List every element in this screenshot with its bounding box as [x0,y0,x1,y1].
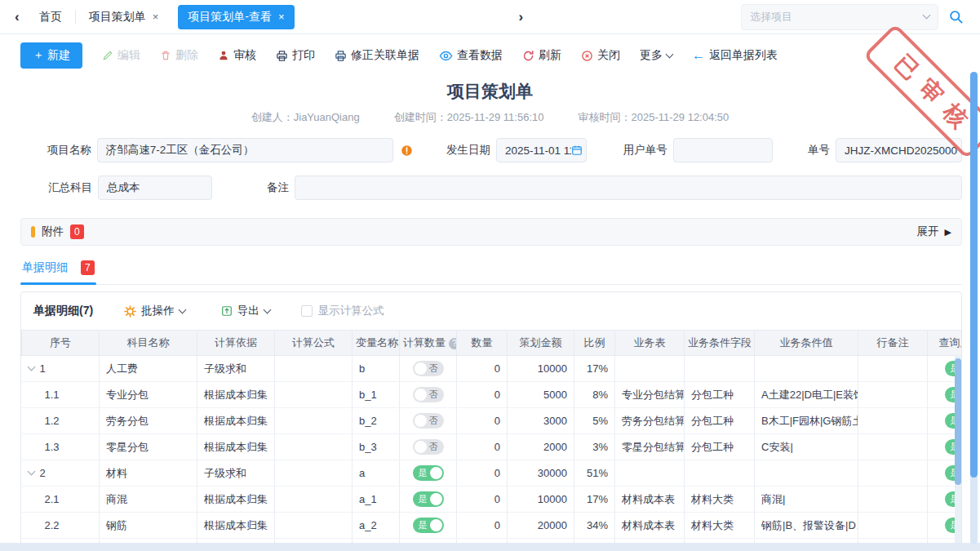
cell-biz-value: A土建22|D电工|E装饰| [755,382,858,408]
search-icon [948,9,964,24]
cell-qty: 0 [457,434,508,460]
export-button[interactable]: 导出 [216,303,275,319]
column-header: 业务条件字段 [685,331,755,356]
cell-basis: 子级求和 [197,356,275,382]
doc-no-field[interactable]: JHJZ-XMCHD2025000 [836,138,962,162]
page-scrollbar-thumb[interactable] [970,72,978,478]
more-button[interactable]: 更多 [640,48,672,63]
cell-ratio: 17% [574,487,615,513]
cell-biz-field: 材料大类 [685,513,755,539]
search-button[interactable] [948,9,964,24]
cell-formula [275,487,353,513]
cell-biz-table: 材料成本表 [615,487,685,513]
toggle-off[interactable]: 否 [413,439,444,455]
toggle-off[interactable]: 否 [413,413,444,429]
toggle-off[interactable]: 否 [413,387,444,402]
project-select[interactable]: 选择项目 [741,4,938,30]
close-button[interactable]: 关闭 [581,48,620,63]
trash-icon [160,50,171,61]
gear-icon [124,305,136,318]
person-icon [218,50,229,61]
arrow-left-icon: ← [692,49,705,62]
cell-amount: 20000 [508,513,574,539]
cell-biz-value: 钢筋|B、报警设备|D、底 [755,513,858,539]
refresh-icon [522,50,534,62]
delete-button[interactable]: 删除 [160,48,198,63]
column-header: 业务条件值 [755,331,858,356]
audit-button[interactable]: 审核 [218,48,256,63]
tab-project-planning-list[interactable]: 项目策划单 × [76,0,172,34]
help-icon[interactable]: ? [449,338,457,349]
page-scrollbar[interactable] [970,72,978,544]
cell-biz-field: 分包工种 [685,408,755,434]
info-button[interactable] [401,144,413,157]
back-to-list-button[interactable]: ← 返回单据列表 [692,48,778,63]
expand-caret-icon[interactable] [27,363,35,371]
occur-date-label: 发生日期 [446,143,490,158]
cell-calc-qty: 否 [400,382,457,408]
occur-date-field[interactable]: 2025-11-01 11:47: [496,138,587,162]
table-scrollbar-thumb[interactable] [955,358,961,485]
table-scrollbar[interactable] [955,355,961,551]
doc-meta: 创建人：JiaYuanQiang 创建时间：2025-11-29 11:56:1… [0,110,980,125]
cell-qty: 0 [457,382,508,408]
close-circle-icon [581,50,593,62]
form-row-1: 项目名称 济邹高速7-2工区（金石公司） 发生日期 2025-11-01 11:… [20,138,962,162]
cell-calc-qty: 否 [400,434,457,460]
cell-qty: 0 [457,513,508,539]
cell-basis: 根据成本归集 [197,382,275,408]
tabs-scroll-left-icon[interactable]: ‹ [8,9,26,25]
refresh-button[interactable]: 刷新 [522,48,561,63]
project-name-field[interactable]: 济邹高速7-2工区（金石公司） [97,138,393,162]
column-header: 序号 [22,331,100,356]
cell-variable: a [353,460,400,487]
toggle-off[interactable]: 否 [413,361,444,376]
toggle-on[interactable]: 是 [413,518,444,533]
cell-amount: 10000 [508,356,574,382]
view-data-button[interactable]: 查看数据 [439,48,503,63]
edit-button[interactable]: 编辑 [102,48,140,63]
expand-button[interactable]: 展开 ▶ [917,224,951,239]
cell-formula [275,460,353,487]
table-row: 1.2劳务分包根据成本归集b_2否030005%劳务分包结算子分包工种B木工|F… [22,408,963,434]
tab-home[interactable]: 首页 [26,0,75,34]
show-formula-label: 显示计算公式 [318,304,384,318]
summary-subject-field[interactable]: 总成本 [98,176,212,200]
cell-biz-table: 劳务分包结算子 [615,408,685,434]
close-tab-icon[interactable]: × [153,11,159,23]
cell-row-note [858,487,928,513]
checkbox-icon[interactable] [301,305,313,317]
attachment-bar[interactable]: 附件 0 展开 ▶ [20,218,962,246]
cell-variable: a_2 [353,513,400,539]
tab-detail-lines[interactable]: 单据明细 7 [20,256,96,284]
detail-table-card: 单据明细(7) 批操作 导出 显示计算公式 序号科目名称计算依据计算公式变量名称… [20,291,962,551]
cell-formula [275,513,353,539]
cell-biz-field: 分包工种 [685,382,755,408]
cell-subject: 钢筋 [100,513,197,539]
cell-subject: 材料 [100,460,197,487]
calendar-icon[interactable] [571,144,583,156]
batch-operation-button[interactable]: 批操作 [119,303,190,319]
expand-caret-icon[interactable] [27,468,35,476]
toggle-on[interactable]: 是 [413,491,444,507]
close-tab-icon[interactable]: × [278,11,285,23]
cell-ratio: 5% [574,408,615,434]
cell-amount: 3000 [508,408,574,434]
export-icon [221,305,233,317]
fix-related-docs-button[interactable]: 修正关联单据 [335,48,419,63]
cell-amount: 30000 [508,460,574,487]
remark-field[interactable] [295,176,962,200]
print-button[interactable]: 打印 [276,48,315,63]
cell-calc-qty: 否 [400,356,457,382]
cell-subject: 人工费 [100,356,197,382]
cell-variable: b_3 [353,434,400,460]
user-doc-no-field[interactable] [673,138,774,162]
toggle-on[interactable]: 是 [413,465,444,481]
cell-variable: a_1 [353,487,400,513]
cell-seq: 1.1 [22,382,100,408]
column-header: 变量名称 [353,331,400,356]
tabs-scroll-right-icon[interactable]: › [512,9,530,25]
tab-project-planning-view[interactable]: 项目策划单-查看 × [178,5,294,29]
new-button[interactable]: ＋新建 [20,42,82,69]
show-formula-checkbox[interactable]: 显示计算公式 [301,304,384,318]
